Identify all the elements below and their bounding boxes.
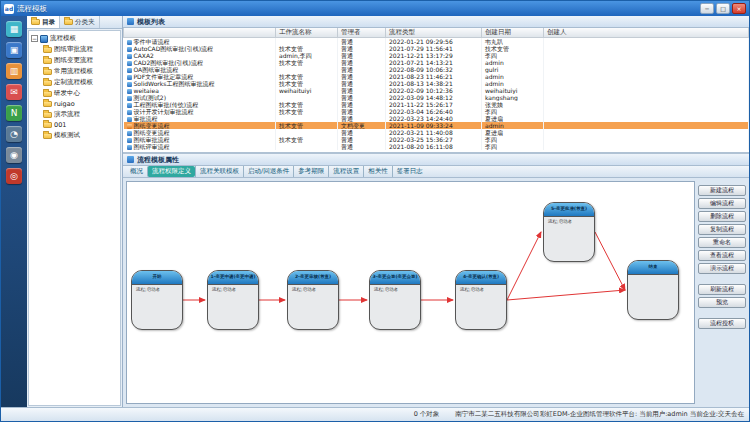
flow-action-button[interactable]: 删除流程 [698,211,746,222]
cell-workflow-name: 零件申请流程 [124,38,276,46]
catalog-tab[interactable]: 目录 [27,16,60,28]
properties-tab[interactable]: 流程关联模板 [195,166,243,177]
tree-item[interactable]: 定制流程模板 [30,77,119,88]
cell-created-date: 2022-03-23 14:24:40 [386,115,482,122]
table-row[interactable]: weitaiea weihaituiyi 普通 2022-02-09 10:12… [124,87,749,94]
clock-icon[interactable]: ◔ [6,126,22,142]
table-row[interactable]: 图纸变更流程 普通 2022-03-21 11:40:08 夏进扇 [124,129,749,136]
properties-tab[interactable]: 相关性 [363,166,392,177]
properties-tab[interactable]: 启动/回退条件 [243,166,293,177]
maximize-button[interactable]: □ [716,3,730,14]
cell-manager: 技术支管 [276,80,338,87]
properties-icon [127,156,134,163]
cell-creator: 夏进扇 [482,115,544,122]
cell-created-date: 2022-08-09 10:06:32 [386,66,482,73]
title-bar: ad 流程模板 ─ □ × [1,1,749,16]
flow-action-button[interactable]: 编辑流程 [698,198,746,209]
folder-icon [64,19,73,25]
properties-tab[interactable]: 概况 [126,166,147,177]
table-row[interactable]: 设计开发计划审批流程 技术支管 普通 2022-03-04 16:26:40 李… [124,108,749,115]
table-row[interactable]: CAXA2 admin,李四 普通 2021-12-21 13:17:29 李四 [124,52,749,59]
close-button[interactable]: × [732,3,746,14]
flow-action-button[interactable]: 刷新流程 [698,284,746,295]
template-list-title: 模板列表 [137,17,165,27]
column-header[interactable]: 工作流名称 [276,28,338,38]
flow-action-button[interactable]: 新建流程 [698,185,746,196]
table-row[interactable]: 零件申请流程 普通 2022-01-21 09:29:56 韦丸趴 [124,38,749,46]
table-row[interactable]: 图纸变更流程 技术支管 文档变更 2021-11-09 09:33:24 adm… [124,122,749,129]
cell-manager [276,115,338,122]
column-header[interactable]: 创建日期 [482,28,544,38]
flow-action-button[interactable]: 流程授权 [698,318,746,329]
notes-icon[interactable]: N [6,105,22,121]
cell-manager: 技术支管 [276,59,338,66]
tree-item[interactable]: 演示流程 [30,109,119,120]
tree-item[interactable]: 001 [30,120,119,130]
cell-created-date: 2021-11-22 15:26:17 [386,101,482,108]
cell-type: 普通 [338,108,386,115]
cell-creator: 夏进扇 [482,129,544,136]
tree-item[interactable]: 图纸变更流程 [30,55,119,66]
tree-root-item[interactable]: − 流程模板 [30,33,119,44]
flow-node[interactable]: 结束 [627,260,679,320]
cell-workflow-name: 图纸变更流程 [124,129,276,136]
properties-tab[interactable]: 流程权限定义 [147,166,195,177]
apps-icon[interactable]: ▦ [6,21,22,37]
flow-action-button[interactable]: 重命名 [698,237,746,248]
flow-node[interactable]: 1-变更申请(变更申请) 流程;启动者 [207,270,259,330]
flow-node[interactable]: 4-变更确认(首查) 流程;启动者 [455,270,507,330]
properties-tab[interactable]: 流程设置 [328,166,363,177]
monitor-icon[interactable]: ▣ [6,42,22,58]
flow-node[interactable]: 开始 流程;启动者 [131,270,183,330]
table-row[interactable]: CAD2图纸审批(引线)流程 技术支管 普通 2021-07-21 14:13:… [124,59,749,66]
tree-item[interactable]: 研发中心 [30,88,119,99]
catalog-tab-label: 分类夹 [75,16,95,28]
minimize-button[interactable]: ─ [700,3,714,14]
table-row[interactable]: SolidWorks工程图纸审批流程 技术支管 普通 2021-08-13 14… [124,80,749,87]
cell-type: 普通 [338,87,386,94]
flow-action-button[interactable]: 预览 [698,297,746,308]
catalog-tab[interactable]: 分类夹 [60,16,100,28]
table-row[interactable]: 图纸审批流程 技术支管 普通 2022-03-25 15:36:27 李四 [124,136,749,143]
table-row[interactable]: 工程图纸审批(传统)流程 技术支管 普通 2021-11-22 15:26:17… [124,101,749,108]
column-header[interactable]: 管理者 [338,28,386,38]
cell-manager [276,129,338,136]
cell-type: 普通 [338,52,386,59]
flow-action-button[interactable]: 演示流程 [698,263,746,274]
cell-filler [544,52,749,59]
column-header[interactable]: 创建人 [544,28,749,38]
tree-item[interactable]: 模板测试 [30,130,119,141]
table-row[interactable]: 审批流程 普通 2022-03-23 14:24:40 夏进扇 [124,115,749,122]
column-header[interactable]: 流程类型 [386,28,482,38]
cell-manager: 技术支管 [276,45,338,52]
flow-action-button[interactable]: 查看流程 [698,250,746,261]
power-icon[interactable]: ◎ [6,168,22,184]
cell-filler [544,129,749,136]
cell-filler [544,73,749,80]
chart-icon[interactable]: ▥ [6,63,22,79]
tree-item[interactable]: 常用流程模板 [30,66,119,77]
users-icon[interactable]: ◉ [6,147,22,163]
table-row[interactable]: OA图纸审批流程 普通 2022-08-09 10:06:32 gulri [124,66,749,73]
tree-item[interactable]: ruigao [30,99,119,109]
table-row[interactable]: AutoCAD图纸审批(引线)流程 技术支管 普通 2021-07-29 11:… [124,45,749,52]
table-row[interactable]: 图纸评审流程 普通 2021-08-20 16:11:08 李四 [124,143,749,150]
flow-node[interactable]: 3-变更会签(变更会签) 流程;启动者 [369,270,421,330]
cell-workflow-name: 图纸变更流程 [124,122,276,129]
folder-icon [43,47,52,53]
flow-node-title: 开始 [132,271,182,285]
cell-creator: 张党姨 [482,101,544,108]
flow-node[interactable]: 2-变更审核(首查) 流程;启动者 [287,270,339,330]
properties-tab[interactable]: 签署日志 [392,166,427,177]
flow-node-title: 5-变更批准(首查) [544,203,594,217]
table-row[interactable]: PDF文件审批定章流程 技术支管 普通 2021-08-23 11:46:21 … [124,73,749,80]
tree-expander-icon[interactable]: − [31,35,38,42]
cell-creator: admin [482,59,544,66]
cell-workflow-name: 设计开发计划审批流程 [124,108,276,115]
mail-icon[interactable]: ✉ [6,84,22,100]
table-row[interactable]: 测试(测试2) 普通 2022-03-09 14:48:12 kangshang [124,94,749,101]
properties-tab[interactable]: 参考期限 [293,166,328,177]
flow-node[interactable]: 5-变更批准(首查) 流程;启动者 [543,202,595,262]
flow-action-button[interactable]: 复制流程 [698,224,746,235]
tree-item[interactable]: 图纸审批流程 [30,44,119,55]
